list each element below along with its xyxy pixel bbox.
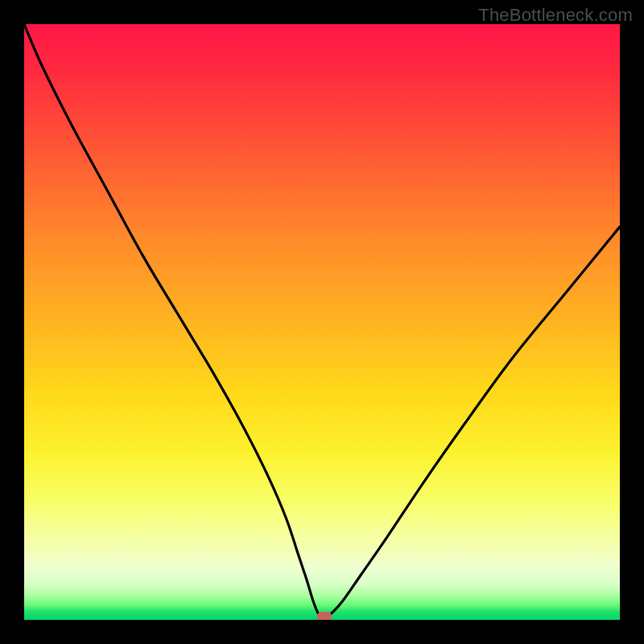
bottleneck-curve [24,24,620,617]
optimum-marker [317,612,332,620]
watermark-text: TheBottleneck.com [478,5,633,26]
chart-frame: TheBottleneck.com [0,0,644,644]
plot-area [24,24,620,620]
curve-layer [24,24,620,620]
